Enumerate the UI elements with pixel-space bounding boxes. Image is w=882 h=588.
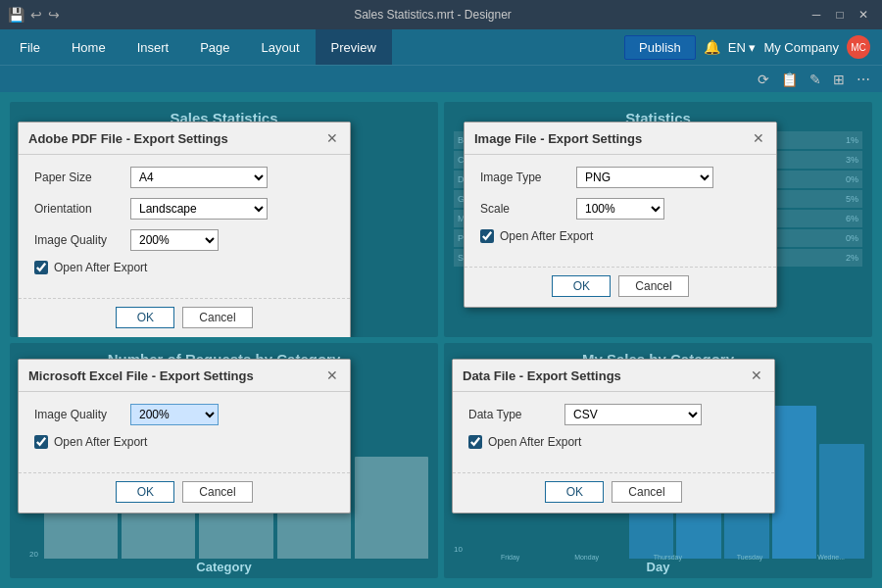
pdf-export-dialog: Adobe PDF File - Export Settings ✕ Paper… <box>18 122 351 337</box>
scale-select[interactable]: 100%50%150%200% <box>576 198 664 220</box>
excel-open-after-checkbox[interactable] <box>34 435 48 449</box>
pdf-open-after-label: Open After Export <box>54 261 147 274</box>
data-open-after-checkbox[interactable] <box>468 435 482 449</box>
image-ok-button[interactable]: OK <box>552 275 611 297</box>
orientation-select[interactable]: LandscapePortrait <box>130 198 268 220</box>
pdf-open-after-checkbox[interactable] <box>34 261 48 274</box>
toolbar-grid-icon[interactable]: ⊞ <box>829 70 849 89</box>
maximize-button[interactable]: □ <box>829 4 851 25</box>
quadrant-sales-category: My Sales by Category Day 50 40 30 20 10 … <box>444 343 872 578</box>
quadrant-sales-statistics: Sales Statistics Real / Estimated Adobe … <box>10 102 438 337</box>
language-selector[interactable]: EN ▾ <box>728 40 757 55</box>
q4-bar-tue <box>772 406 817 559</box>
menu-preview[interactable]: Preview <box>316 29 392 65</box>
quadrant-requests: Number of Requests by Category Requests … <box>10 343 438 578</box>
avatar[interactable]: MC <box>847 35 870 59</box>
q4-bar-wed <box>819 444 864 559</box>
open-after-row: Open After Export <box>34 261 334 274</box>
excel-dialog-body: Image Quality 200%100%150%300% Open Afte… <box>19 392 350 472</box>
image-type-label: Image Type <box>480 171 568 184</box>
paper-size-select[interactable]: A4A3LetterLegal <box>130 167 268 188</box>
pdf-dialog-body: Paper Size A4A3LetterLegal Orientation L… <box>19 155 350 298</box>
excel-dialog-header: Microsoft Excel File - Export Settings ✕ <box>19 360 350 392</box>
data-type-label: Data Type <box>468 408 557 421</box>
window-controls: ─ □ ✕ <box>806 4 874 25</box>
pdf-dialog-close[interactable]: ✕ <box>324 130 340 146</box>
data-dialog-title: Data File - Export Settings <box>463 368 621 383</box>
pdf-quality-select[interactable]: 200%100%150%300% <box>130 229 219 251</box>
data-dialog-footer: OK Cancel <box>453 472 774 513</box>
image-type-row: Image Type PNGJPEGBMPGIF <box>480 167 760 188</box>
toolbar-edit-icon[interactable]: ✎ <box>806 70 825 89</box>
excel-export-dialog: Microsoft Excel File - Export Settings ✕… <box>18 359 351 514</box>
undo-icon[interactable]: ↩ <box>30 7 42 23</box>
menu-file[interactable]: File <box>4 29 56 65</box>
minimize-button[interactable]: ─ <box>806 4 827 25</box>
data-open-after-label: Open After Export <box>488 435 581 449</box>
pdf-dialog-footer: OK Cancel <box>19 298 350 337</box>
data-cancel-button[interactable]: Cancel <box>612 481 681 503</box>
toolbar-refresh-icon[interactable]: ⟳ <box>754 70 773 89</box>
q3-bottom-label: Category <box>196 560 251 574</box>
close-button[interactable]: ✕ <box>853 4 874 25</box>
data-type-select[interactable]: CSVXMLJSON <box>564 404 702 425</box>
title-bar: 💾 ↩ ↪ Sales Statistics.mrt - Designer ─ … <box>0 0 882 29</box>
data-open-after-row: Open After Export <box>468 435 759 449</box>
menu-insert[interactable]: Insert <box>122 29 185 65</box>
image-type-select[interactable]: PNGJPEGBMPGIF <box>576 167 713 188</box>
menu-layout[interactable]: Layout <box>246 29 316 65</box>
excel-cancel-button[interactable]: Cancel <box>182 481 252 503</box>
alert-icon[interactable]: 🔔 <box>704 39 720 55</box>
pdf-ok-button[interactable]: OK <box>116 307 174 328</box>
excel-quality-row: Image Quality 200%100%150%300% <box>34 404 334 425</box>
image-dialog-close[interactable]: ✕ <box>751 130 766 146</box>
menu-right: Publish 🔔 EN ▾ My Company MC <box>624 35 878 60</box>
toolbar: ⟳ 📋 ✎ ⊞ ⋯ <box>0 65 882 92</box>
image-open-after-row: Open After Export <box>480 229 760 243</box>
menu-home[interactable]: Home <box>56 29 122 65</box>
save-icon[interactable]: 💾 <box>8 7 24 23</box>
menu-bar: File Home Insert Page Layout Preview Pub… <box>0 29 882 65</box>
data-ok-button[interactable]: OK <box>545 481 604 503</box>
redo-icon[interactable]: ↪ <box>48 7 60 23</box>
excel-dialog-title: Microsoft Excel File - Export Settings <box>28 368 254 383</box>
paper-size-label: Paper Size <box>34 171 122 184</box>
data-dialog-header: Data File - Export Settings ✕ <box>453 360 774 392</box>
excel-open-after-row: Open After Export <box>34 435 334 449</box>
excel-quality-label: Image Quality <box>34 408 122 421</box>
pdf-cancel-button[interactable]: Cancel <box>182 307 252 328</box>
q4-x-labels: Friday Monday Thursday Tuesday Wedne... <box>473 554 872 561</box>
pdf-dialog-header: Adobe PDF File - Export Settings ✕ <box>19 122 350 155</box>
quadrant-statistics: Statistics Bev1% Con3% Dair0% Gra5% Mea6… <box>444 102 872 337</box>
menu-page[interactable]: Page <box>184 29 245 65</box>
main-content: Sales Statistics Real / Estimated Adobe … <box>0 92 882 588</box>
excel-dialog-footer: OK Cancel <box>19 472 350 513</box>
image-open-after-label: Open After Export <box>500 229 593 243</box>
image-quality-row: Image Quality 200%100%150%300% <box>34 229 334 251</box>
company-name: My Company <box>763 40 839 55</box>
excel-dialog-close[interactable]: ✕ <box>324 368 340 383</box>
paper-size-row: Paper Size A4A3LetterLegal <box>34 167 334 188</box>
pdf-dialog-title: Adobe PDF File - Export Settings <box>28 131 228 146</box>
toolbar-page-icon[interactable]: 📋 <box>777 70 802 89</box>
excel-quality-select[interactable]: 200%100%150%300% <box>130 404 219 425</box>
data-export-dialog: Data File - Export Settings ✕ Data Type … <box>452 359 775 514</box>
excel-open-after-label: Open After Export <box>54 435 147 449</box>
menu-items: File Home Insert Page Layout Preview <box>4 29 392 65</box>
y-label-20: 20 <box>29 550 38 559</box>
data-dialog-body: Data Type CSVXMLJSON Open After Export <box>453 392 774 472</box>
excel-ok-button[interactable]: OK <box>116 481 174 503</box>
window-title: Sales Statistics.mrt - Designer <box>60 8 806 22</box>
image-dialog-body: Image Type PNGJPEGBMPGIF Scale 100%50%15… <box>465 155 776 267</box>
publish-button[interactable]: Publish <box>624 35 696 60</box>
image-dialog-title: Image File - Export Settings <box>474 131 642 146</box>
q4-bottom-label: Day <box>647 560 670 574</box>
toolbar-more-icon[interactable]: ⋯ <box>853 70 874 89</box>
image-dialog-header: Image File - Export Settings ✕ <box>465 122 776 155</box>
title-bar-left: 💾 ↩ ↪ <box>8 7 60 23</box>
image-open-after-checkbox[interactable] <box>480 229 494 243</box>
scale-label: Scale <box>480 202 568 216</box>
image-quality-label: Image Quality <box>34 233 122 247</box>
data-dialog-close[interactable]: ✕ <box>749 368 764 383</box>
image-cancel-button[interactable]: Cancel <box>618 275 688 297</box>
